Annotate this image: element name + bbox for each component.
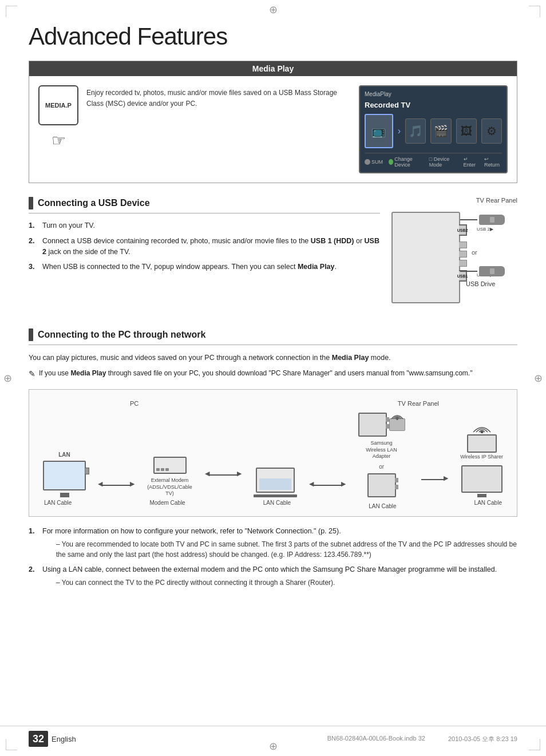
arrow-right-1: ▶ <box>130 480 134 488</box>
network-diagram: PC TV Rear Panel LAN ▶ ◀ <box>29 389 517 517</box>
svg-point-0 <box>396 418 398 420</box>
tv-rear-port-mid <box>386 424 389 429</box>
arrow-tvrear-sharer: ▶ <box>421 479 444 480</box>
tv-bottom-enter: ↵ Enter <box>464 156 478 168</box>
media-play-header: Media Play <box>29 61 517 76</box>
arrow-line-3: ▶ ◀ <box>313 485 342 486</box>
hand-icon: ☞ <box>52 131 66 150</box>
usb-diagram: TV Rear Panel USB2 USB1 USB 2▶ USB 1▶ <box>391 197 517 315</box>
usb-drive-body-2 <box>479 266 505 276</box>
arrow-line-1: ▶ ◀ <box>102 485 130 486</box>
network-section: Connecting to the PC through network You… <box>29 328 517 588</box>
port-other1 <box>459 242 467 248</box>
tv-menu-item: Recorded TV <box>365 101 502 109</box>
tv-return-label: ↩ Return <box>484 156 502 168</box>
usb-drive-top <box>460 215 505 225</box>
bottom-sub-step-2: You can connect the TV to the PC directl… <box>56 577 497 588</box>
tv-right-device <box>461 465 503 497</box>
arrow-tv-modem: ▶ ◀ <box>102 485 130 486</box>
tv-change-label: Change Device <box>394 156 424 168</box>
lan-label: LAN <box>58 452 70 458</box>
tv-body: USB2 USB1 USB 2▶ USB 1▶ <box>391 212 460 303</box>
page-number: 32 <box>29 731 48 747</box>
tv-right-shape <box>461 465 503 493</box>
usb-drive-body-1 <box>479 215 505 225</box>
usb-diagram-inner: USB2 USB1 USB 2▶ USB 1▶ or <box>391 206 506 315</box>
arrow-right-3: ▶ <box>341 480 346 488</box>
tv-arrow-icon: › <box>398 126 401 136</box>
compass-right: ⊕ <box>534 372 543 385</box>
note-line: ✎ If you use Media Play through saved fi… <box>29 368 517 380</box>
lan-cable-3: LAN Cable <box>474 500 502 509</box>
compass-top: ⊕ <box>269 3 278 16</box>
usb-drive-bottom <box>460 266 505 276</box>
step-item-1: 1. Turn on your TV. <box>29 220 380 231</box>
samsung-wireless-label: SamsungWireless LANAdapter <box>366 440 397 460</box>
diagram-laptop <box>254 468 297 497</box>
footer-right: BN68-02840A-00L06-Book.indb 32 2010-03-0… <box>327 735 517 743</box>
bottom-steps-list: 1. For more information on how to config… <box>29 526 517 588</box>
usb-section-title: Connecting a USB Device <box>38 198 150 208</box>
diagram-modem: External Modem(ADSL/VDSL/Cable TV) <box>147 457 193 497</box>
pc-title: PC <box>130 400 139 407</box>
tv-bottom-bar: SUM Change Device □ Device Mode ↵ Enter … <box>365 153 502 168</box>
corner-mark-tr <box>529 6 540 17</box>
modem-label: External Modem(ADSL/VDSL/Cable TV) <box>147 477 193 497</box>
footer-left: 32 English <box>29 731 76 747</box>
section-bar <box>29 197 33 209</box>
media-play-content: MEDIA.P ☞ Enjoy recorded tv, photos, mus… <box>29 76 517 183</box>
tv-rear-panel-label: TV Rear Panel <box>391 197 517 204</box>
wireless-waves-top <box>390 411 404 422</box>
arrow-line-2: ▶ ◀ <box>209 474 238 476</box>
footer-file-info: BN68-02840A-00L06-Book.indb 32 <box>327 735 425 743</box>
tv-bottom-return: ↩ Return <box>484 156 502 168</box>
step-num-3: 3. <box>29 262 38 272</box>
or-text-diagram: or <box>379 464 384 470</box>
tv-screen-mockup: MediaPlay Recorded TV 📺 › 🎵 🎬 🖼 ⚙ SUM <box>359 85 508 173</box>
right-devices: Wireless IP Sharer <box>460 422 503 497</box>
arrow-right-4: ▶ <box>444 474 448 482</box>
laptop-screen <box>256 468 295 493</box>
media-play-icon-label: MEDIA.P <box>45 102 72 109</box>
tv-sum-label: SUM <box>371 159 383 165</box>
footer-language: English <box>52 735 76 743</box>
usb-steps: Connecting a USB Device 1. Turn on your … <box>29 197 380 315</box>
port-3 <box>165 468 169 471</box>
lan-cable-2: LAN Cable <box>263 500 291 509</box>
tv-stand <box>60 493 69 497</box>
tv-rear-port-top <box>386 417 389 422</box>
arrow-left-1: ◀ <box>98 480 102 488</box>
arrow-right-2: ▶ <box>237 470 242 477</box>
port-2 <box>161 468 164 471</box>
diagram-tv-left: LAN <box>43 452 86 497</box>
bottom-step-content-1: For more information on how to configure… <box>42 526 517 560</box>
tv-rear-wireless <box>358 413 405 437</box>
arrow-left-3: ◀ <box>309 480 314 488</box>
usb-drive-connector-1 <box>490 217 494 223</box>
usb2-label: USB 2▶ <box>477 227 493 232</box>
tv-icon-4: ⚙ <box>481 118 502 144</box>
usb-section-header: Connecting a USB Device <box>29 197 380 213</box>
bottom-step-content-2: Using a LAN cable, connect between the e… <box>42 564 497 588</box>
tv-rear-area: SamsungWireless LANAdapter or <box>358 413 405 497</box>
network-section-title: Connecting to the PC through network <box>38 330 205 340</box>
tv-rear-port-bot2 <box>395 485 398 489</box>
usb-drive-label: USB Drive <box>466 280 495 287</box>
bottom-sub-step-1: You are recommended to locate both TV an… <box>56 539 517 560</box>
tv-bottom-sum: SUM <box>365 156 383 168</box>
usb-cable-1 <box>460 219 477 220</box>
lan-port <box>85 468 89 474</box>
tv-btn-change <box>389 159 393 165</box>
media-play-section: Media Play MEDIA.P ☞ Enjoy recorded tv, … <box>29 61 517 183</box>
compass-left: ⊕ <box>3 372 12 385</box>
usb-drive-connector-2 <box>490 268 494 274</box>
network-section-header: Connecting to the PC through network <box>29 328 517 345</box>
modem-ports <box>156 468 169 471</box>
usb-cable-2 <box>460 271 477 272</box>
tv-rear-body-bottom <box>367 473 396 497</box>
tv-device-mode-label: □ Device Mode <box>429 156 458 168</box>
step-num-1: 1. <box>29 220 38 231</box>
sharer-body <box>467 434 497 453</box>
laptop-screen-content <box>259 478 291 490</box>
tv-rear-port-bot1 <box>395 478 398 482</box>
